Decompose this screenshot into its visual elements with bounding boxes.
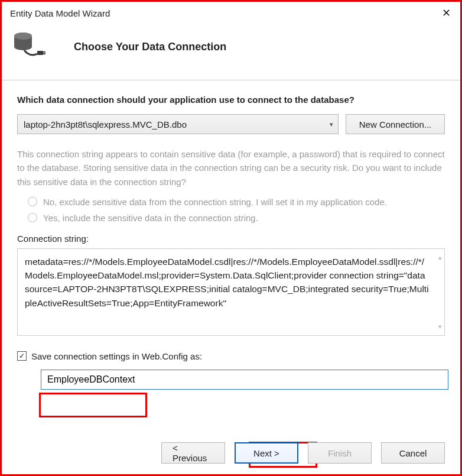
window-title: Entity Data Model Wizard <box>10 8 110 18</box>
context-name-wrap <box>41 370 445 390</box>
new-connection-button[interactable]: New Connection... <box>346 114 445 134</box>
svg-point-1 <box>14 33 32 40</box>
chevron-down-icon: ▾ <box>330 121 333 128</box>
save-settings-row: ✓ Save connection settings in Web.Config… <box>17 351 445 361</box>
content-area: Which data connection should your applic… <box>2 80 460 390</box>
close-icon[interactable]: ✕ <box>440 7 453 20</box>
save-checkbox-label: Save connection settings in Web.Config a… <box>31 351 202 361</box>
previous-button[interactable]: < Previous <box>161 442 225 464</box>
radio-include-label: Yes, include the sensitive data in the c… <box>43 213 258 223</box>
scroll-down-icon[interactable]: ▾ <box>438 322 442 332</box>
connection-string-label: Connection string: <box>17 234 445 244</box>
question-text: Which data connection should your applic… <box>17 95 445 105</box>
wizard-header: Choose Your Data Connection <box>2 23 460 80</box>
radio-exclude: No, exclude sensitive data from the conn… <box>28 197 445 207</box>
connection-string-text: metadata=res://*/Models.EmployeeDataMode… <box>25 257 429 308</box>
sensitive-data-note: This connection string appears to contai… <box>17 147 445 189</box>
radio-icon <box>28 197 37 206</box>
highlight-context-name <box>39 393 147 417</box>
cancel-button[interactable]: Cancel <box>381 442 445 464</box>
connection-string-box: metadata=res://*/Models.EmployeeDataMode… <box>17 248 445 336</box>
svg-rect-2 <box>37 51 43 55</box>
database-plug-icon <box>12 31 45 62</box>
wizard-button-bar: < Previous Next > Finish Cancel <box>2 442 460 464</box>
next-button[interactable]: Next > <box>235 442 298 464</box>
dropdown-selected: laptop-2hn3pt8t\sqlexpress.MVC_DB.dbo <box>24 119 187 129</box>
scroll-up-icon[interactable]: ▴ <box>438 252 442 263</box>
connection-row: laptop-2hn3pt8t\sqlexpress.MVC_DB.dbo ▾ … <box>17 114 445 134</box>
radio-exclude-label: No, exclude sensitive data from the conn… <box>43 197 387 207</box>
wizard-window: Entity Data Model Wizard ✕ Choose Your D… <box>0 0 462 476</box>
titlebar: Entity Data Model Wizard ✕ <box>2 2 460 23</box>
radio-include: Yes, include the sensitive data in the c… <box>28 213 445 223</box>
radio-icon <box>28 213 37 222</box>
context-name-input[interactable] <box>41 370 448 390</box>
connection-dropdown[interactable]: laptop-2hn3pt8t\sqlexpress.MVC_DB.dbo ▾ <box>17 114 339 134</box>
finish-button: Finish <box>308 442 372 464</box>
save-checkbox[interactable]: ✓ <box>17 351 27 361</box>
page-title: Choose Your Data Connection <box>74 41 226 53</box>
